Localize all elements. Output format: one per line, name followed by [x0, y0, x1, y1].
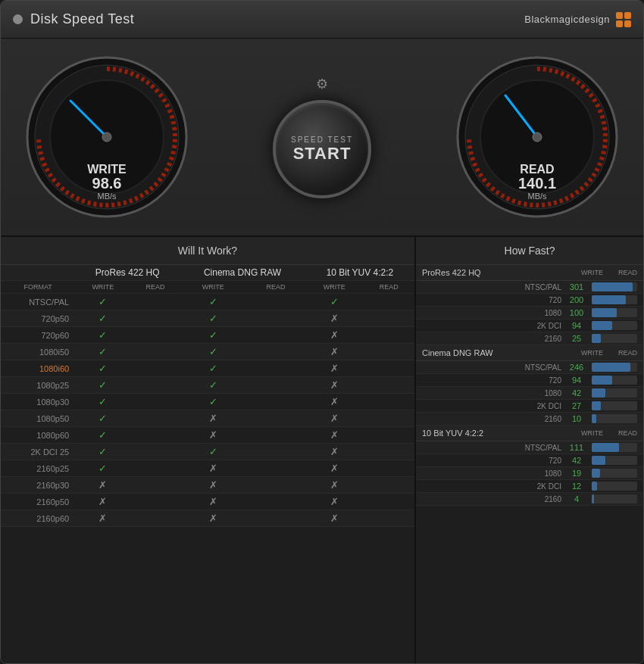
rt-col-labels: WRITE READ	[581, 429, 637, 438]
svg-point-4	[102, 132, 111, 142]
table-cell: ✓	[75, 394, 131, 410]
rt-row-read-bar-bg	[592, 308, 637, 317]
format-subheader: FORMAT	[1, 281, 75, 294]
will-it-work-table: ProRes 422 HQ Cinema DNG RAW 10 Bit YUV …	[1, 265, 414, 527]
table-row: 1080i60✓✓✗	[1, 360, 414, 377]
rt-row-label: 720	[422, 296, 561, 304]
rt-data-row: 2160 10	[416, 413, 643, 426]
rt-row-label: NTSC/PAL	[422, 363, 561, 372]
table-cell: ✗	[180, 494, 246, 510]
table-cell: 1080p30	[1, 394, 75, 410]
rt-row-read-bar	[592, 295, 626, 304]
read-gauge: READ 140.1 MB/s	[454, 54, 621, 220]
table-cell	[246, 410, 305, 427]
table-cell: ✗	[180, 410, 246, 427]
rt-data-row: 2160 25	[416, 332, 643, 345]
rt-data-row: 720 200	[416, 294, 643, 307]
table-cell: ✗	[180, 510, 246, 527]
check-icon: ✓	[209, 396, 217, 407]
check-icon: ✓	[98, 329, 107, 341]
check-icon: ✓	[209, 379, 217, 391]
rt-row-write: 4	[561, 494, 592, 503]
check-icon: ✓	[98, 446, 107, 457]
table-cell: ✗	[75, 510, 131, 527]
cross-icon: ✗	[209, 429, 217, 441]
cdng-header: Cinema DNG RAW	[180, 265, 305, 281]
table-cell	[246, 310, 305, 327]
table-cell	[246, 294, 305, 310]
cross-icon: ✗	[330, 396, 339, 407]
svg-text:READ: READ	[520, 163, 554, 176]
table-cell: 2160p60	[1, 510, 75, 527]
rt-row-read-bar-bg	[592, 469, 637, 478]
rt-group-name: Cinema DNG RAW	[422, 348, 493, 357]
cross-icon: ✗	[98, 496, 107, 507]
table-cell: ✗	[180, 477, 246, 494]
rt-row-read-bar	[592, 401, 601, 410]
rt-row-write: 301	[561, 282, 592, 291]
cross-icon: ✗	[209, 496, 217, 507]
rt-row-label: 1080	[422, 469, 561, 478]
table-cell: ✗	[75, 494, 131, 510]
close-button[interactable]	[13, 14, 23, 24]
table-row: 2160p30✗✗✗	[1, 477, 414, 494]
rt-group-header: ProRes 422 HQ WRITE READ	[416, 265, 643, 281]
rt-row-read-bar	[592, 388, 605, 397]
table-cell	[246, 427, 305, 444]
cross-icon: ✗	[330, 463, 339, 474]
table-cell: ✓	[180, 344, 246, 360]
rt-row-read-bar-bg	[592, 482, 637, 491]
check-icon: ✓	[98, 296, 107, 307]
table-cell: ✓	[180, 327, 246, 344]
cross-icon: ✗	[98, 513, 107, 524]
rt-row-read-bar-bg	[592, 321, 637, 330]
table-cell	[364, 377, 415, 394]
table-cell: ✗	[305, 310, 364, 327]
table-row: 1080i50✓✓✗	[1, 344, 414, 360]
table-row: 2160p60✗✗✗	[1, 510, 414, 527]
rt-row-read-bar-bg	[592, 282, 637, 291]
table-cell	[246, 494, 305, 510]
rt-row-label: 2K DCI	[422, 322, 561, 330]
table-cell	[364, 294, 415, 310]
table-cell: 2K DCI 25	[1, 444, 75, 460]
app-window: Disk Speed Test Blackmagicdesign	[0, 0, 644, 664]
check-icon: ✓	[98, 463, 107, 474]
rt-data-row: 1080 42	[416, 387, 643, 400]
brand-name: Blackmagicdesign	[524, 14, 610, 25]
start-button[interactable]: SPEED TEST START	[273, 100, 371, 198]
table-cell: 2160p30	[1, 477, 75, 494]
table-cell: ✓	[180, 310, 246, 327]
table-cell: ✓	[180, 394, 246, 410]
rt-row-read-bar	[592, 494, 594, 503]
table-cell	[131, 294, 180, 310]
check-icon: ✓	[98, 429, 107, 441]
table-cell: ✗	[305, 377, 364, 394]
table-cell: ✓	[75, 294, 131, 310]
table-cell: ✗	[305, 510, 364, 527]
gear-icon[interactable]: ⚙	[316, 76, 328, 92]
cross-icon: ✗	[209, 479, 217, 491]
table-cell	[364, 510, 415, 527]
check-icon: ✓	[98, 363, 107, 374]
cross-icon: ✗	[98, 479, 107, 491]
app-title: Disk Speed Test	[30, 11, 134, 27]
svg-text:WRITE: WRITE	[87, 163, 127, 176]
rt-row-read-bar	[592, 334, 601, 343]
yuv-write-subheader: WRITE	[305, 281, 364, 294]
col-header-row: ProRes 422 HQ Cinema DNG RAW 10 Bit YUV …	[1, 265, 414, 281]
read-gauge-svg: READ 140.1 MB/s	[454, 54, 621, 220]
table-cell	[364, 310, 415, 327]
rt-row-write: 100	[561, 308, 592, 317]
rt-group-name: 10 Bit YUV 4:2:2	[422, 429, 483, 438]
table-cell	[364, 360, 415, 377]
table-cell: 720p50	[1, 310, 75, 327]
speed-test-label: SPEED TEST	[291, 136, 353, 144]
cross-icon: ✗	[209, 463, 217, 474]
check-icon: ✓	[98, 346, 107, 357]
cross-icon: ✗	[330, 363, 339, 374]
svg-text:140.1: 140.1	[518, 175, 556, 192]
table-cell: 1080i50	[1, 344, 75, 360]
table-cell: ✗	[305, 344, 364, 360]
sub-header-row: FORMAT WRITE READ WRITE READ WRITE READ	[1, 281, 414, 294]
